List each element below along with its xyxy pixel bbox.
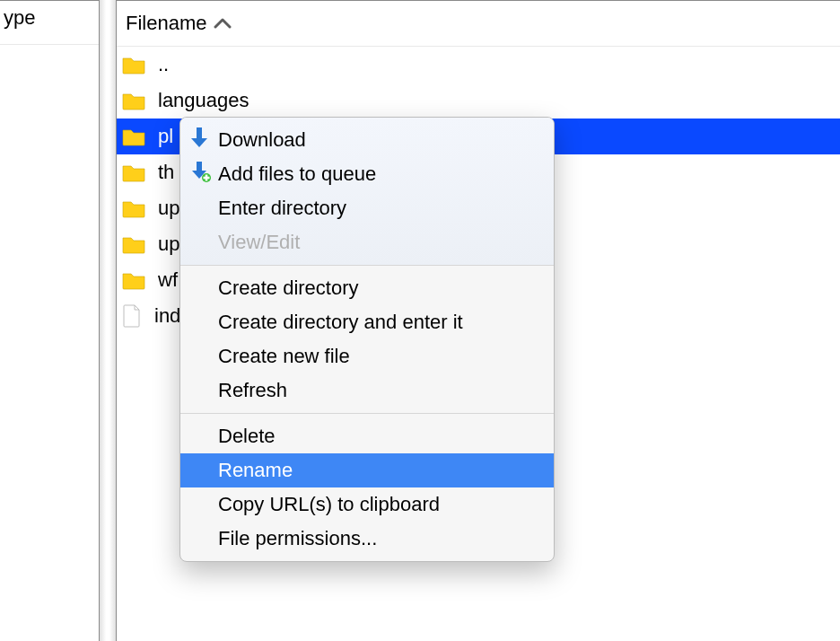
download-add-icon — [189, 161, 211, 188]
menu-item-label: Rename — [218, 459, 293, 482]
column-splitter[interactable] — [99, 0, 117, 641]
folder-icon — [122, 127, 145, 146]
menu-item-create-directory-enter[interactable]: Create directory and enter it — [180, 305, 554, 339]
filename-label: ind — [154, 304, 180, 328]
menu-item-refresh[interactable]: Refresh — [180, 373, 554, 408]
download-icon — [189, 127, 209, 154]
menu-item-create-new-file[interactable]: Create new file — [180, 339, 554, 373]
svg-rect-1 — [197, 162, 202, 171]
menu-item-label: Create new file — [218, 345, 350, 368]
menu-item-create-directory[interactable]: Create directory — [180, 271, 554, 305]
sort-ascending-icon — [214, 17, 232, 30]
menu-item-label: Refresh — [218, 379, 287, 402]
menu-item-label: View/Edit — [218, 231, 300, 254]
folder-icon — [122, 91, 145, 110]
file-row[interactable]: languages — [117, 83, 840, 119]
left-pane: ype — [0, 0, 99, 641]
menu-item-label: Delete — [218, 425, 276, 448]
filename-label: wf — [158, 268, 178, 292]
folder-icon — [122, 162, 145, 182]
filename-label: up — [158, 197, 179, 220]
filename-label: languages — [158, 89, 249, 112]
menu-item-enter-directory[interactable]: Enter directory — [180, 191, 554, 225]
menu-item-label: Create directory and enter it — [218, 311, 463, 334]
menu-item-label: Download — [218, 128, 306, 152]
file-row-parent[interactable]: .. — [117, 47, 840, 83]
filename-header-label: Filename — [126, 12, 206, 35]
folder-icon — [122, 198, 145, 218]
filename-label: up — [158, 233, 179, 256]
menu-item-add-to-queue[interactable]: Add files to queue — [180, 157, 554, 191]
menu-item-label: Add files to queue — [218, 162, 376, 186]
menu-item-label: File permissions... — [218, 527, 377, 550]
menu-item-download[interactable]: Download — [180, 123, 554, 157]
svg-rect-0 — [197, 127, 202, 138]
filename-column-header[interactable]: Filename — [117, 0, 840, 47]
svg-rect-4 — [204, 177, 210, 180]
filename-label: pl — [158, 125, 173, 148]
filename-label: .. — [158, 53, 169, 76]
file-icon — [122, 304, 142, 328]
folder-icon — [122, 55, 145, 75]
menu-item-file-permissions[interactable]: File permissions... — [180, 522, 554, 556]
filename-label: th — [158, 161, 174, 184]
menu-item-delete[interactable]: Delete — [180, 419, 554, 453]
menu-item-view-edit: View/Edit — [180, 225, 554, 259]
folder-icon — [122, 234, 145, 254]
menu-item-copy-urls[interactable]: Copy URL(s) to clipboard — [180, 487, 554, 522]
menu-item-rename[interactable]: Rename — [180, 453, 554, 487]
left-column-header[interactable]: ype — [0, 0, 99, 45]
left-column-header-label: ype — [4, 6, 35, 29]
folder-icon — [122, 270, 145, 290]
menu-item-label: Enter directory — [218, 197, 346, 220]
menu-item-label: Copy URL(s) to clipboard — [218, 493, 440, 516]
window-root: ype Filename .. languages — [0, 0, 840, 641]
context-menu: Download Add files to queue Enter direct… — [179, 117, 555, 562]
menu-item-label: Create directory — [218, 277, 359, 300]
